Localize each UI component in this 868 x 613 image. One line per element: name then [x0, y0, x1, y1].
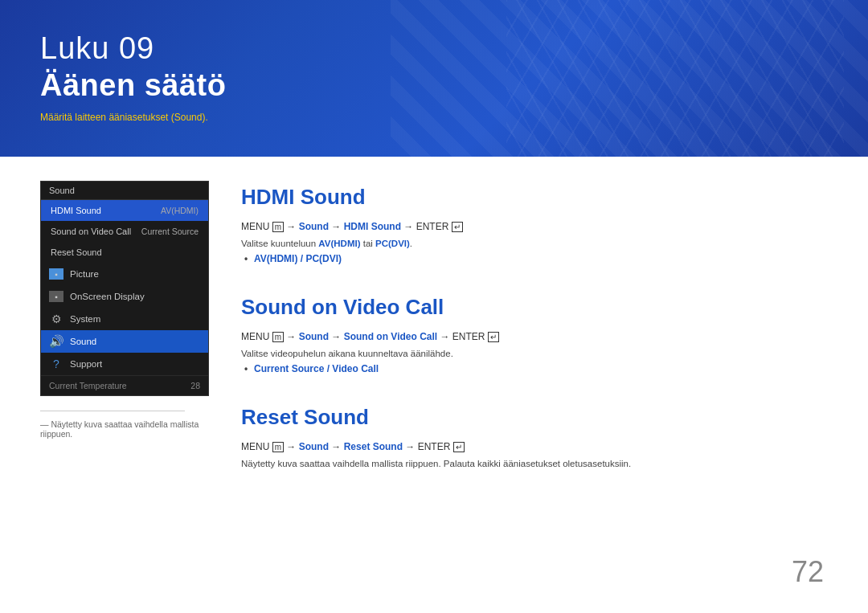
right-panel: HDMI Sound MENU m → Sound → HDMI Sound →… [241, 181, 828, 499]
section-desc-videocall: Valitse videopuhelun aikana kuunneltava … [241, 349, 828, 358]
section-hdmi-sound: HDMI Sound MENU m → Sound → HDMI Sound →… [241, 185, 828, 264]
menu-label-onscreen: OnScreen Display [70, 292, 145, 301]
subtitle-highlight: Sound [174, 112, 203, 123]
menu-label-support: Support [70, 359, 102, 369]
support-icon: ? [49, 358, 63, 370]
tv-menu-temp: Current Temperature 28 [41, 375, 208, 395]
picture-icon: ▪ [49, 268, 63, 280]
path-arrow-3: → ENTER [401, 221, 452, 232]
enter-icon-hdmi: ↵ [452, 222, 463, 232]
section-title-reset: Reset Sound [241, 405, 828, 430]
menu-path-reset: MENU m → Sound → Reset Sound → ENTER ↵ [241, 441, 828, 452]
section-title-hdmi: HDMI Sound [241, 185, 828, 210]
section-desc-reset: Näytetty kuva saattaa vaihdella mallista… [241, 459, 828, 468]
menu-item-system[interactable]: ⚙ System [41, 308, 208, 330]
submenu-value-hdmi: AV(HDMI) [161, 206, 199, 215]
path-arrow-2: → [329, 221, 344, 232]
submenu-label-hdmi: HDMI Sound [51, 206, 101, 215]
path-sound-3: Sound [299, 441, 329, 452]
section-desc-hdmi: Valitse kuunteluun AV(HDMI) tai PC(DVI). [241, 239, 828, 248]
menu-label-system: System [70, 314, 100, 324]
path-videocall: Sound on Video Call [344, 331, 437, 342]
onscreen-icon: ▪ [49, 291, 63, 302]
path-arrow-1: → [284, 221, 299, 232]
menu-icon-hdmi: m [272, 222, 284, 232]
path-arrow-r2: → [329, 441, 344, 452]
path-menu-3: MENU [241, 441, 272, 452]
tv-menu: Sound HDMI Sound AV(HDMI) Sound on Video… [40, 181, 209, 396]
menu-item-support[interactable]: ? Support [41, 353, 208, 375]
menu-note-area: ― Näytetty kuva saattaa vaihdella mallis… [40, 411, 209, 439]
enter-icon-reset: ↵ [453, 442, 465, 452]
menu-path-videocall: MENU m → Sound → Sound on Video Call → E… [241, 331, 828, 342]
page-number: 72 [792, 555, 824, 589]
submenu-value-videocall: Current Source [141, 227, 199, 236]
tv-menu-header: Sound [41, 182, 208, 200]
menu-label-sound: Sound [70, 337, 96, 346]
header-banner: Luku 09 Äänen säätö Määritä laitteen ään… [0, 0, 868, 157]
menu-label-picture: Picture [70, 269, 99, 279]
menu-icon-reset: m [272, 442, 284, 452]
bullet-hdmi: AV(HDMI) / PC(DVI) [254, 253, 828, 264]
path-sound-2: Sound [299, 331, 329, 342]
main-content: Sound HDMI Sound AV(HDMI) Sound on Video… [0, 157, 868, 515]
submenu-label-reset: Reset Sound [51, 247, 102, 257]
gear-icon: ⚙ [49, 313, 63, 325]
tv-submenu: HDMI Sound AV(HDMI) Sound on Video Call … [41, 200, 208, 263]
section-title-videocall: Sound on Video Call [241, 295, 828, 320]
path-arrow-r1: → [284, 441, 299, 452]
submenu-item-reset[interactable]: Reset Sound [41, 242, 208, 263]
path-arrow-r3: → ENTER [403, 441, 453, 452]
subtitle-end: ). [202, 112, 207, 123]
path-reset-sound: Reset Sound [344, 441, 403, 452]
sound-icon: 🔊 [49, 336, 63, 347]
bullet-videocall: Current Source / Video Call [254, 363, 828, 374]
path-arrow-vc3: → ENTER [437, 331, 488, 342]
menu-item-onscreen[interactable]: ▪ OnScreen Display [41, 285, 208, 308]
path-menu-2: MENU [241, 331, 272, 342]
menu-path-hdmi: MENU m → Sound → HDMI Sound → ENTER ↵ [241, 221, 828, 232]
path-arrow-vc2: → [329, 331, 344, 342]
left-panel: Sound HDMI Sound AV(HDMI) Sound on Video… [40, 181, 209, 499]
menu-icon-videocall: m [272, 332, 284, 342]
section-video-call: Sound on Video Call MENU m → Sound → Sou… [241, 295, 828, 374]
path-hdmi-sound: HDMI Sound [344, 221, 401, 232]
path-sound-1: Sound [299, 221, 329, 232]
note-divider [40, 411, 185, 411]
menu-item-picture[interactable]: ▪ Picture [41, 263, 208, 285]
path-menu: MENU [241, 221, 272, 232]
temp-label: Current Temperature [49, 381, 127, 390]
enter-icon-vc: ↵ [488, 332, 499, 342]
path-arrow-vc1: → [284, 331, 299, 342]
section-reset-sound: Reset Sound MENU m → Sound → Reset Sound… [241, 405, 828, 468]
temp-value: 28 [190, 381, 200, 390]
submenu-item-videocall[interactable]: Sound on Video Call Current Source [41, 221, 208, 242]
submenu-item-hdmi[interactable]: HDMI Sound AV(HDMI) [41, 200, 208, 221]
menu-item-sound[interactable]: 🔊 Sound [41, 330, 208, 353]
note-text: ― Näytetty kuva saattaa vaihdella mallis… [40, 419, 209, 439]
subtitle-plain: Määritä laitteen ääniasetukset ( [40, 112, 174, 123]
submenu-label-videocall: Sound on Video Call [51, 227, 131, 236]
